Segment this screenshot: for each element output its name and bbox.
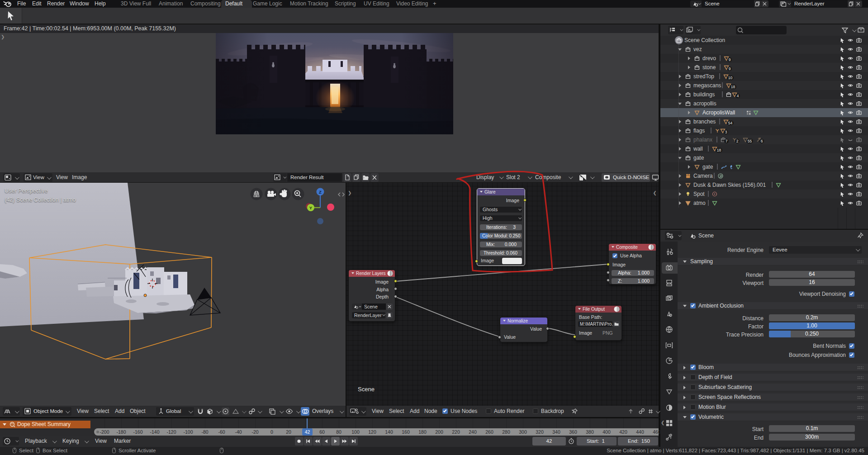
svg-text:Z: Z [319,190,322,194]
svg-text:Y: Y [309,205,313,210]
